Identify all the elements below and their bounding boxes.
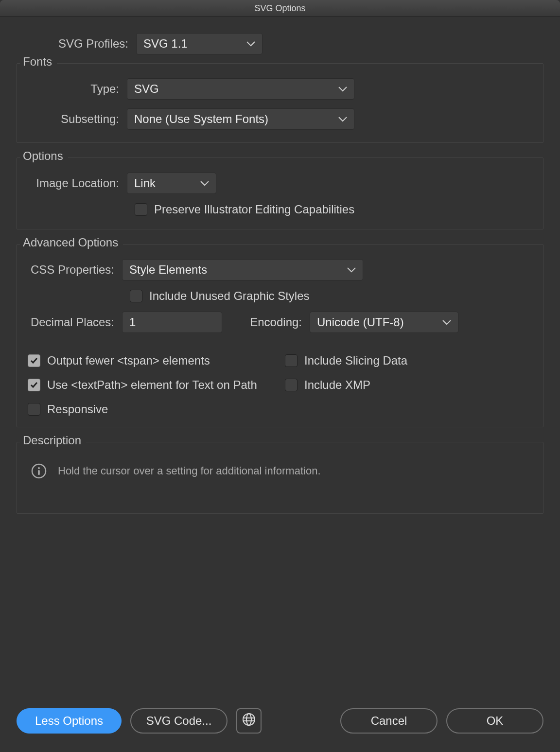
checkbox-box [285,379,298,391]
fewer-tspan-checkbox[interactable]: Output fewer <tspan> elements [28,354,275,367]
preserve-editing-checkbox[interactable]: Preserve Illustrator Editing Capabilitie… [135,203,354,216]
textpath-checkbox[interactable]: Use <textPath> element for Text on Path [28,378,275,392]
chevron-down-icon [347,267,356,273]
svg-rect-2 [38,470,40,475]
fewer-tspan-label: Output fewer <tspan> elements [47,354,210,367]
include-xmp-label: Include XMP [304,378,370,392]
chevron-down-icon [338,116,347,122]
chevron-down-icon [246,41,255,47]
encoding-value: Unicode (UTF-8) [317,315,404,329]
include-unused-checkbox[interactable]: Include Unused Graphic Styles [130,289,310,303]
advanced-options-legend: Advanced Options [20,236,123,249]
checkbox-box [28,354,40,367]
font-subsetting-select[interactable]: None (Use System Fonts) [127,108,354,130]
font-type-select[interactable]: SVG [127,78,354,100]
include-slicing-checkbox[interactable]: Include Slicing Data [285,354,532,367]
svg-point-3 [243,714,255,725]
responsive-label: Responsive [47,402,108,416]
options-legend: Options [20,149,68,163]
include-slicing-label: Include Slicing Data [304,354,407,367]
chevron-down-icon [338,86,347,92]
image-location-select[interactable]: Link [127,173,216,194]
fonts-legend: Fonts [20,55,57,69]
textpath-label: Use <textPath> element for Text on Path [47,378,257,392]
description-legend: Description [20,434,86,447]
checkbox-box [28,379,40,391]
decimal-places-input[interactable]: 1 [122,312,222,333]
advanced-options-group: Advanced Options CSS Properties: Style E… [17,244,543,427]
preserve-editing-label: Preserve Illustrator Editing Capabilitie… [154,203,354,216]
encoding-label: Encoding: [222,315,310,329]
less-options-button[interactable]: Less Options [17,708,122,734]
description-group: Description Hold the cursor over a setti… [17,442,543,514]
css-properties-label: CSS Properties: [28,263,122,277]
font-type-label: Type: [28,82,127,96]
fonts-group: Fonts Type: SVG Subsetting: None (Use Sy… [17,63,543,143]
svg-profiles-select[interactable]: SVG 1.1 [136,33,262,54]
cancel-button[interactable]: Cancel [340,708,438,734]
options-group: Options Image Location: Link Preserve Il… [17,157,543,229]
ok-button[interactable]: OK [446,708,543,734]
font-subsetting-value: None (Use System Fonts) [134,112,268,126]
svg-profiles-value: SVG 1.1 [143,37,188,51]
window-titlebar: SVG Options [0,0,560,17]
checkbox-box [130,290,142,302]
font-type-value: SVG [134,82,159,96]
include-unused-label: Include Unused Graphic Styles [149,289,310,303]
image-location-label: Image Location: [28,176,127,190]
window-title: SVG Options [254,3,305,13]
divider [28,342,532,342]
css-properties-value: Style Elements [129,263,207,277]
info-icon [31,463,47,479]
chevron-down-icon [442,319,451,325]
include-xmp-checkbox[interactable]: Include XMP [285,378,532,392]
svg-profiles-label: SVG Profiles: [17,37,136,51]
description-text: Hold the cursor over a setting for addit… [58,465,321,477]
encoding-select[interactable]: Unicode (UTF-8) [310,312,458,333]
checkbox-box [135,203,147,216]
svg-code-button[interactable]: SVG Code... [130,708,228,734]
image-location-value: Link [134,176,156,190]
chevron-down-icon [200,180,209,186]
decimal-places-label: Decimal Places: [28,315,122,329]
svg-point-1 [38,467,40,469]
footer: Less Options SVG Code... Cancel OK [0,708,560,734]
font-subsetting-label: Subsetting: [28,112,127,126]
svg-point-4 [246,714,251,725]
decimal-places-value: 1 [129,315,136,329]
css-properties-select[interactable]: Style Elements [122,259,363,280]
web-preview-button[interactable] [236,708,262,734]
responsive-checkbox[interactable]: Responsive [28,402,275,416]
globe-icon [242,712,256,730]
checkbox-box [285,354,298,367]
checkbox-box [28,403,40,416]
